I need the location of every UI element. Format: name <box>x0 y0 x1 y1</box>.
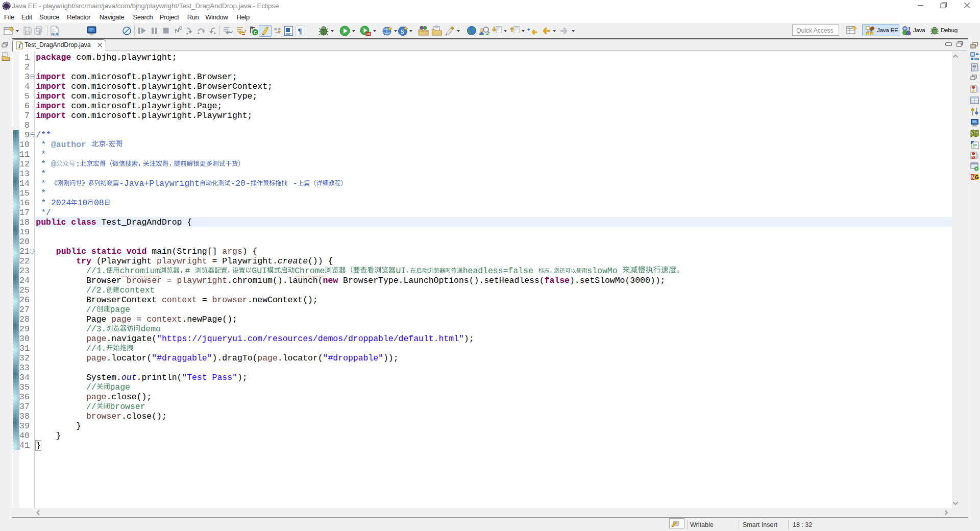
svg-text:S: S <box>401 28 404 35</box>
svg-text:C: C <box>254 30 257 35</box>
svg-text:010: 010 <box>52 32 58 36</box>
svg-text:G: G <box>975 175 979 180</box>
svg-text:J: J <box>908 26 911 33</box>
svg-text:¶: ¶ <box>298 27 302 35</box>
svg-text:J: J <box>18 43 21 49</box>
